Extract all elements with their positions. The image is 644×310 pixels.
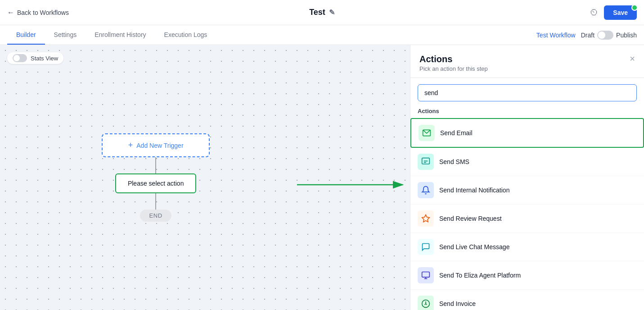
workflow-area: + Add New Trigger Please select action E… bbox=[102, 133, 210, 222]
search-box bbox=[418, 84, 637, 101]
action-icon-send-invoice bbox=[418, 296, 434, 310]
svg-marker-4 bbox=[422, 215, 430, 222]
action-item-send-invoice[interactable]: Send Invoice bbox=[410, 290, 644, 310]
test-workflow-button[interactable]: Test Workflow bbox=[536, 32, 576, 39]
draft-toggle-area: Draft Publish bbox=[581, 31, 637, 40]
action-label-send-invoice: Send Invoice bbox=[439, 300, 476, 307]
actions-panel: Actions Pick an action for this step × A… bbox=[410, 45, 644, 310]
action-node-label: Please select action bbox=[128, 180, 184, 187]
action-icon-send-to-eliza bbox=[418, 267, 434, 283]
action-label-send-sms: Send SMS bbox=[439, 158, 469, 165]
workflow-name: Test bbox=[309, 8, 325, 17]
workflow-canvas[interactable]: Stats View + Add New Trigger Please sele… bbox=[0, 45, 410, 310]
trigger-label: Add New Trigger bbox=[136, 142, 183, 149]
action-icon-send-review-request bbox=[418, 210, 434, 227]
trigger-node[interactable]: + Add New Trigger bbox=[102, 133, 210, 157]
action-label-send-review-request: Send Review Request bbox=[439, 215, 502, 222]
panel-close-button[interactable]: × bbox=[630, 54, 635, 63]
panel-header: Actions Pick an action for this step × bbox=[410, 45, 644, 78]
tab-execution-logs[interactable]: Execution Logs bbox=[155, 25, 216, 45]
app-header: ← Back to Workflows Test ✎ ⏲ Save bbox=[0, 0, 644, 25]
actions-section-label: Actions bbox=[410, 108, 644, 118]
panel-title: Actions bbox=[419, 54, 488, 64]
action-icon-send-live-chat bbox=[418, 239, 434, 255]
history-icon[interactable]: ⏲ bbox=[590, 7, 599, 18]
action-item-send-sms[interactable]: Send SMS bbox=[410, 148, 644, 176]
nav-tabs-left: Builder Settings Enrollment History Exec… bbox=[7, 25, 216, 45]
end-node: END bbox=[140, 210, 171, 222]
action-label-send-to-eliza: Send To Eliza Agent Platform bbox=[439, 272, 521, 279]
header-title-area: Test ✎ bbox=[309, 8, 335, 17]
action-node[interactable]: Please select action bbox=[115, 173, 196, 193]
header-right: ⏲ Save bbox=[590, 5, 637, 20]
edit-icon[interactable]: ✎ bbox=[329, 8, 335, 17]
connector-line-2 bbox=[155, 193, 156, 210]
search-input[interactable] bbox=[418, 84, 637, 101]
back-link[interactable]: ← Back to Workflows bbox=[7, 9, 69, 17]
stats-view-label: Stats View bbox=[31, 55, 58, 62]
save-button[interactable]: Save bbox=[604, 5, 637, 20]
panel-header-text: Actions Pick an action for this step bbox=[419, 54, 488, 72]
publish-label: Publish bbox=[616, 32, 637, 39]
nav-tabs-bar: Builder Settings Enrollment History Exec… bbox=[0, 25, 644, 45]
back-arrow-icon: ← bbox=[7, 9, 14, 17]
main-content: Stats View + Add New Trigger Please sele… bbox=[0, 45, 644, 310]
draft-label: Draft bbox=[581, 32, 594, 39]
action-label-send-live-chat: Send Live Chat Message bbox=[439, 243, 509, 251]
stats-view-toggle[interactable]: Stats View bbox=[7, 52, 63, 64]
svg-rect-5 bbox=[422, 272, 430, 278]
connector-line-1 bbox=[155, 157, 156, 173]
action-item-send-live-chat[interactable]: Send Live Chat Message bbox=[410, 233, 644, 261]
draft-toggle-switch[interactable] bbox=[597, 31, 613, 40]
actions-list: Send EmailSend SMSSend Internal Notifica… bbox=[410, 118, 644, 310]
plus-icon: + bbox=[128, 141, 133, 150]
tab-builder[interactable]: Builder bbox=[7, 25, 45, 45]
action-item-send-email[interactable]: Send Email bbox=[410, 118, 644, 148]
action-icon-send-internal-notification bbox=[418, 182, 434, 198]
nav-tabs-right: Test Workflow Draft Publish bbox=[536, 31, 637, 40]
action-label-send-internal-notification: Send Internal Notification bbox=[439, 187, 509, 194]
back-label: Back to Workflows bbox=[17, 9, 69, 16]
action-item-send-internal-notification[interactable]: Send Internal Notification bbox=[410, 176, 644, 205]
action-label-send-email: Send Email bbox=[440, 129, 473, 137]
tab-settings[interactable]: Settings bbox=[45, 25, 86, 45]
action-item-send-to-eliza[interactable]: Send To Eliza Agent Platform bbox=[410, 261, 644, 290]
stats-toggle-switch[interactable] bbox=[13, 54, 27, 62]
tab-enrollment-history[interactable]: Enrollment History bbox=[86, 25, 155, 45]
action-icon-send-email bbox=[419, 125, 435, 141]
panel-subtitle: Pick an action for this step bbox=[419, 65, 488, 72]
action-item-send-review-request[interactable]: Send Review Request bbox=[410, 205, 644, 233]
action-icon-send-sms bbox=[418, 154, 434, 170]
